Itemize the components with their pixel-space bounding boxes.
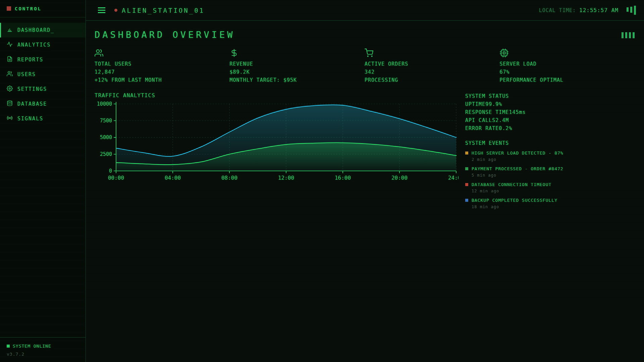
activity-icon bbox=[7, 41, 13, 49]
stat-value: 342 bbox=[365, 68, 500, 76]
gear-icon bbox=[7, 85, 13, 93]
status-row-uptime: UPTIME99.9% bbox=[465, 100, 635, 108]
event-head: DATABASE CONNECTION TIMEOUT bbox=[465, 182, 635, 187]
system-events-list: HIGH SERVER LOAD DETECTED - 87%2 min ago… bbox=[465, 150, 635, 209]
svg-text:04:00: 04:00 bbox=[165, 175, 181, 181]
cart-icon bbox=[365, 49, 500, 59]
sidebar-item-settings[interactable]: SETTINGS bbox=[0, 82, 86, 97]
menu-icon[interactable] bbox=[98, 7, 105, 13]
system-events-title: SYSTEM EVENTS bbox=[465, 139, 635, 147]
status-value: 0.2% bbox=[499, 124, 512, 132]
stat-label: REVENUE bbox=[230, 60, 365, 68]
bar-chart-icon bbox=[7, 26, 13, 34]
event-item: PAYMENT PROCESSED - ORDER #84725 min ago bbox=[465, 166, 635, 178]
event-timestamp: 2 min ago bbox=[465, 157, 635, 162]
svg-text:5000: 5000 bbox=[100, 134, 112, 140]
event-severity-icon bbox=[465, 152, 468, 155]
event-title: HIGH SERVER LOAD DETECTED - 87% bbox=[472, 150, 564, 156]
system-events-block: SYSTEM EVENTS HIGH SERVER LOAD DETECTED … bbox=[465, 139, 635, 209]
sidebar-item-users[interactable]: USERS bbox=[0, 67, 86, 82]
system-status-rows: UPTIME99.9%RESPONSE TIME145msAPI CALLS2.… bbox=[465, 100, 635, 132]
activity-bars-icon bbox=[622, 32, 635, 38]
sidebar-item-label: DATABASE bbox=[17, 101, 47, 107]
event-severity-icon bbox=[465, 199, 468, 202]
status-label: ERROR RATE bbox=[465, 124, 499, 132]
cpu-icon bbox=[500, 49, 635, 59]
event-head: PAYMENT PROCESSED - ORDER #8472 bbox=[465, 166, 635, 171]
svg-text:0: 0 bbox=[109, 168, 112, 174]
stat-label: ACTIVE ORDERS bbox=[365, 60, 500, 68]
sidebar-item-reports[interactable]: REPORTS bbox=[0, 52, 86, 67]
traffic-analytics-chart: 02500500075001000000:0004:0008:0012:0016… bbox=[95, 99, 459, 184]
sidebar-item-analytics[interactable]: ANALYTICS bbox=[0, 38, 86, 52]
event-title: DATABASE CONNECTION TIMEOUT bbox=[472, 182, 551, 187]
status-value: 99.9% bbox=[485, 100, 502, 108]
stat-label: SERVER LOAD bbox=[500, 60, 635, 68]
content-row: TRAFFIC ANALYTICS 02500500075001000000:0… bbox=[95, 92, 635, 214]
stat-card-server-load: SERVER LOAD67%PERFORMANCE OPTIMAL bbox=[500, 49, 635, 84]
stat-subtext: MONTHLY TARGET: $95K bbox=[230, 76, 365, 84]
status-value: 145ms bbox=[509, 108, 526, 116]
sidebar-footer: SYSTEM ONLINE v3.7.2 bbox=[0, 337, 86, 362]
sidebar-item-label: DASHBOARD_ bbox=[17, 27, 54, 33]
svg-text:10000: 10000 bbox=[97, 101, 112, 107]
stat-subtext: +12% FROM LAST MONTH bbox=[95, 76, 230, 84]
event-item: HIGH SERVER LOAD DETECTED - 87%2 min ago bbox=[465, 150, 635, 162]
sidebar-item-signals[interactable]: SIGNALS bbox=[0, 111, 86, 126]
sidebar: CONTROL DASHBOARD_ANALYTICSREPORTSUSERSS… bbox=[0, 0, 86, 362]
right-panel: SYSTEM STATUS UPTIME99.9%RESPONSE TIME14… bbox=[465, 92, 635, 214]
sidebar-item-dashboard[interactable]: DASHBOARD_ bbox=[0, 23, 86, 38]
station-status-dot-icon bbox=[114, 9, 117, 12]
sidebar-item-database[interactable]: DATABASE bbox=[0, 97, 86, 111]
event-item: BACKUP COMPLETED SUCCESSFULLY18 min ago bbox=[465, 198, 635, 209]
chart-title: TRAFFIC ANALYTICS bbox=[95, 92, 459, 99]
svg-text:12:00: 12:00 bbox=[278, 175, 294, 181]
event-timestamp: 12 min ago bbox=[465, 189, 635, 193]
stat-value: 67% bbox=[500, 68, 635, 76]
event-head: HIGH SERVER LOAD DETECTED - 87% bbox=[465, 150, 635, 156]
app-version: v3.7.2 bbox=[7, 352, 79, 357]
svg-text:16:00: 16:00 bbox=[335, 175, 351, 181]
event-timestamp: 18 min ago bbox=[465, 204, 635, 209]
local-time-value: 12:55:57 AM bbox=[579, 7, 619, 13]
event-item: DATABASE CONNECTION TIMEOUT12 min ago bbox=[465, 182, 635, 193]
page-title: DASHBOARD OVERVIEW bbox=[95, 29, 235, 40]
status-row-api-calls: API CALLS2.4M bbox=[465, 116, 635, 124]
event-severity-icon bbox=[465, 183, 468, 186]
event-severity-icon bbox=[465, 167, 468, 170]
stat-subtext: PERFORMANCE OPTIMAL bbox=[500, 76, 635, 84]
users-icon bbox=[7, 71, 13, 78]
file-icon bbox=[7, 56, 13, 63]
brand-name: CONTROL bbox=[15, 6, 42, 11]
event-title: BACKUP COMPLETED SUCCESSFULLY bbox=[472, 198, 557, 203]
sidebar-nav: DASHBOARD_ANALYTICSREPORTSUSERSSETTINGSD… bbox=[0, 17, 86, 126]
equalizer-icon bbox=[627, 6, 636, 15]
svg-text:7500: 7500 bbox=[100, 118, 112, 124]
stat-subtext: PROCESSING bbox=[365, 76, 500, 84]
system-online-label: SYSTEM ONLINE bbox=[13, 344, 51, 349]
status-label: RESPONSE TIME bbox=[465, 108, 509, 116]
status-label: API CALLS bbox=[465, 116, 495, 124]
sidebar-item-label: USERS bbox=[17, 71, 36, 77]
stat-value: 12,847 bbox=[95, 68, 230, 76]
system-status-row: SYSTEM ONLINE bbox=[7, 344, 79, 349]
stat-card-total-users: TOTAL USERS12,847+12% FROM LAST MONTH bbox=[95, 49, 230, 84]
svg-text:08:00: 08:00 bbox=[221, 175, 237, 181]
event-head: BACKUP COMPLETED SUCCESSFULLY bbox=[465, 198, 635, 203]
local-time-label: LOCAL TIME: bbox=[539, 7, 576, 13]
dollar-icon bbox=[230, 49, 365, 59]
sidebar-item-label: ANALYTICS bbox=[17, 42, 51, 48]
svg-text:24:00: 24:00 bbox=[448, 175, 459, 181]
page-head: DASHBOARD OVERVIEW bbox=[95, 29, 635, 40]
svg-text:20:00: 20:00 bbox=[391, 175, 408, 181]
event-title: PAYMENT PROCESSED - ORDER #8472 bbox=[472, 166, 564, 171]
traffic-chart-svg: 02500500075001000000:0004:0008:0012:0016… bbox=[95, 99, 459, 184]
sidebar-header: CONTROL bbox=[0, 0, 86, 17]
topbar-right: LOCAL TIME: 12:55:57 AM bbox=[539, 6, 636, 15]
traffic-analytics-section: TRAFFIC ANALYTICS 02500500075001000000:0… bbox=[95, 92, 459, 214]
brand-logo-icon bbox=[7, 6, 11, 11]
station-name: ALIEN_STATION_01 bbox=[122, 7, 205, 14]
stat-card-active-orders: ACTIVE ORDERS342PROCESSING bbox=[365, 49, 500, 84]
radio-icon bbox=[7, 115, 13, 122]
system-status-title: SYSTEM STATUS bbox=[465, 92, 635, 100]
